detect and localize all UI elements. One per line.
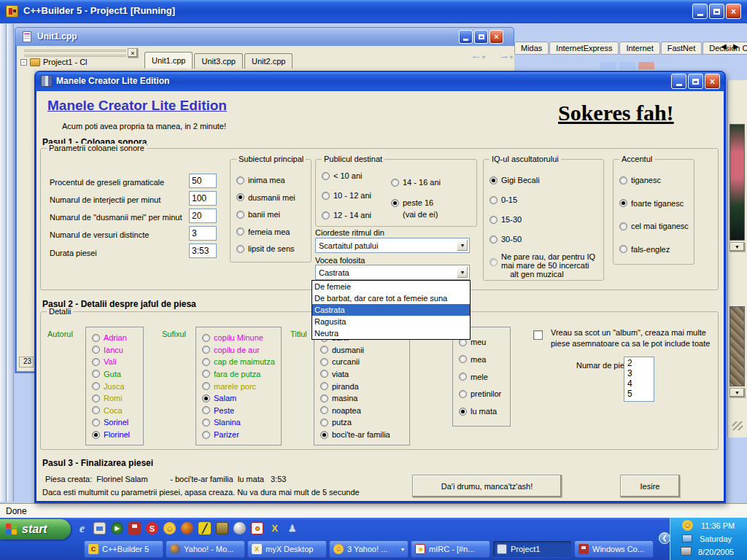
minimize-icon[interactable] <box>692 4 708 19</box>
radio-iancu[interactable]: Iancu <box>92 346 142 354</box>
radio-marele-porc[interactable]: marele porc <box>202 382 279 391</box>
radio-lipsit-de-sens[interactable]: lipsit de sens <box>236 244 309 253</box>
start-button[interactable]: start <box>0 519 71 540</box>
radio-15-30[interactable]: 15-30 <box>489 215 522 224</box>
radio-dusmanii[interactable]: dusmanii <box>320 346 408 354</box>
radio-florinel[interactable]: Florinel <box>92 430 142 439</box>
chevron-down-icon[interactable]: ▼ <box>729 242 745 252</box>
radio-gigi-becali[interactable]: Gigi Becali <box>489 176 540 184</box>
resize-grip[interactable] <box>732 421 743 430</box>
radio-coca[interactable]: Coca <box>92 406 142 415</box>
radio-parizer[interactable]: Parizer <box>202 430 279 439</box>
radio-slanina[interactable]: Slanina <box>202 418 279 427</box>
param-input-greseli[interactable] <box>189 174 217 188</box>
radio-salam[interactable]: Salam <box>202 394 279 402</box>
radio-lu-mata[interactable]: lu mata <box>459 407 508 416</box>
maximize-icon[interactable] <box>474 30 488 44</box>
radio-piranda[interactable]: piranda <box>320 382 408 391</box>
yahoo-messenger-icon[interactable]: ☺ <box>163 522 176 534</box>
tray-network-icon[interactable] <box>682 534 692 542</box>
taskbar-button-yahoo-group[interactable]: ☺ 3 Yahoo! ... ▾ <box>329 540 409 558</box>
create-button[interactable]: Da'i drumu, manca'tz'ash! <box>412 475 562 497</box>
radio-sorinel[interactable]: Sorinel <box>92 418 142 427</box>
list-item[interactable]: 5 <box>627 389 651 399</box>
tab-unit2[interactable]: Unit2.cpp <box>244 53 293 69</box>
taskbar-button-windows-co[interactable]: Windows Co... <box>574 540 654 558</box>
list-item[interactable]: 2 <box>627 358 651 368</box>
close-pane-icon[interactable]: × <box>128 48 138 58</box>
radio-jusca[interactable]: Jusca <box>92 382 142 391</box>
list-item[interactable]: 4 <box>627 378 651 389</box>
param-input-dusmanii[interactable] <box>189 209 217 223</box>
dropdown-option[interactable]: Ragusita <box>312 316 470 327</box>
media-player-icon[interactable]: ▶ <box>111 522 123 534</box>
palette-tab-internetexpress[interactable]: InternetExpress <box>549 42 619 55</box>
radio-putza[interactable]: putza <box>320 418 408 427</box>
chevron-down-icon[interactable]: ▼ <box>729 388 745 397</box>
album-checkbox[interactable] <box>533 330 543 340</box>
radio-mea[interactable]: mea <box>459 355 508 364</box>
radio-adrian[interactable]: Adrian <box>92 333 142 342</box>
palette-scroll-right-icon[interactable]: ▶ <box>733 42 739 50</box>
dropdown-option[interactable]: De barbat, dar care tot a femeie suna <box>312 292 470 304</box>
radio-dusmanii-mei[interactable]: dusmanii mei <box>236 193 309 202</box>
taskbar-button-yahoo[interactable]: Yahoo! - Mo... <box>166 540 245 558</box>
radio-14-16[interactable]: 14 - 16 ani <box>391 178 471 187</box>
chevron-down-icon[interactable]: ▼ <box>457 266 468 279</box>
taskbar-button-mirc[interactable]: mIRC - [#n... <box>411 540 490 558</box>
tab-unit1[interactable]: Unit1.cpp <box>144 52 193 69</box>
tree-collapse-icon[interactable]: - <box>20 59 27 66</box>
dropdown-option-selected[interactable]: Castrata <box>312 304 470 316</box>
radio-curcanii[interactable]: curcanii <box>320 357 408 366</box>
floppy-icon[interactable] <box>128 522 141 534</box>
taskbar-button-myx[interactable]: X myX Desktop <box>247 540 327 558</box>
radio-peste16[interactable]: peste 16 <box>391 198 471 207</box>
chevron-down-icon[interactable]: ▼ <box>457 239 468 252</box>
radio-noaptea[interactable]: noaptea <box>320 406 408 415</box>
skype-icon[interactable]: S <box>146 522 158 534</box>
radio-banii-mei[interactable]: banii mei <box>236 210 309 219</box>
radio-iq-peste-50[interactable]: Ne pare rau, dar pentru IQ mai mare de 5… <box>489 252 595 279</box>
radio-guta[interactable]: Guta <box>92 370 142 378</box>
pieces-listbox[interactable]: 2 3 4 5 <box>624 357 654 402</box>
dropdown-option[interactable]: Neutra <box>312 327 470 339</box>
minimize-icon[interactable] <box>671 74 686 89</box>
radio-mele[interactable]: mele <box>459 373 508 381</box>
tray-computer-icon[interactable] <box>681 547 692 556</box>
palette-scroll-left-icon[interactable]: ◀ <box>721 42 727 50</box>
radio-viata[interactable]: viata <box>320 370 408 378</box>
radio-tiganesc[interactable]: tiganesc <box>619 176 692 184</box>
editor-titlebar[interactable]: Unit1.cpp × <box>15 27 514 46</box>
game-tank-icon[interactable] <box>216 522 228 534</box>
radio-sub10[interactable]: < 10 ani <box>322 171 391 180</box>
radio-foarte-tiganesc[interactable]: foarte tiganesc <box>619 199 692 208</box>
show-desktop-icon[interactable] <box>93 522 106 534</box>
palette-tab-midas[interactable]: Midas <box>514 42 549 55</box>
close-icon[interactable]: × <box>705 74 720 89</box>
radio-cel-mai-tiganesc[interactable]: cel mai tiganesc <box>619 222 692 230</box>
radio-vali[interactable]: Vali <box>92 357 142 366</box>
radio-cap-de-maimutza[interactable]: cap de maimutza <box>202 357 279 366</box>
radio-fals-englez[interactable]: fals-englez <box>619 245 692 254</box>
radio-inima-mea[interactable]: inima mea <box>236 176 309 184</box>
forward-arrow-icon[interactable]: →▾ <box>498 49 513 62</box>
radio-femeia-mea[interactable]: femeia mea <box>236 228 309 236</box>
maximize-icon[interactable] <box>688 74 703 89</box>
list-item[interactable]: 3 <box>627 368 651 378</box>
app-titlebar[interactable]: Manele Creator Lite Edition × <box>36 72 724 91</box>
radio-masina[interactable]: masina <box>320 394 408 402</box>
xchat-icon[interactable]: X <box>268 522 281 534</box>
tray-smiley-icon[interactable]: ☺ <box>682 520 693 531</box>
param-input-versuri[interactable] <box>189 226 217 241</box>
maximize-icon[interactable] <box>709 4 724 19</box>
app-heading-link[interactable]: Manele Creator Lite Edition <box>47 98 227 114</box>
palette-tab-internet[interactable]: Internet <box>619 42 659 55</box>
winamp-icon[interactable]: ╱ <box>198 522 211 534</box>
project-tree-item[interactable]: - Project1 - Cl <box>20 58 88 66</box>
radio-0-15[interactable]: 0-15 <box>489 195 517 204</box>
tray-chevron-icon[interactable]: ❮ <box>659 532 670 544</box>
palette-tab-fastnet[interactable]: FastNet <box>661 42 703 55</box>
radio-peste[interactable]: Peste <box>202 406 279 415</box>
radio-30-50[interactable]: 30-50 <box>489 235 522 244</box>
voice-combobox[interactable]: Castrata ▼ <box>315 265 470 280</box>
